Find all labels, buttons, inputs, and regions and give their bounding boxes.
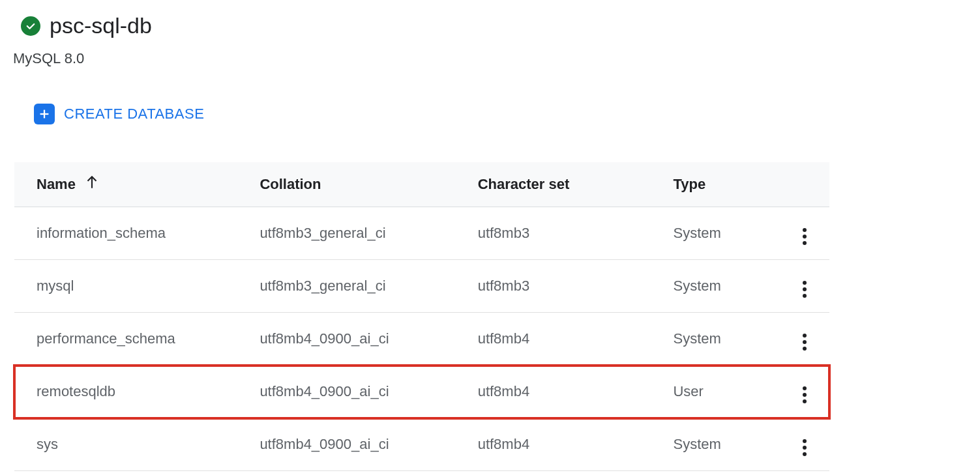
create-database-button[interactable]: CREATE DATABASE [34, 104, 204, 124]
table-row: performance_schemautf8mb4_0900_ai_ciutf8… [14, 313, 829, 366]
column-header-actions [790, 162, 829, 207]
cell-name: sys [14, 418, 237, 471]
cell-charset: utf8mb4 [456, 366, 651, 418]
instance-engine: MySQL 8.0 [13, 50, 967, 67]
cell-type: User [651, 366, 790, 418]
status-ok-icon [21, 16, 40, 36]
more-actions-icon[interactable] [796, 278, 813, 300]
table-row: sysutf8mb4_0900_ai_ciutf8mb4System [14, 418, 829, 471]
plus-icon [34, 104, 55, 124]
column-header-collation[interactable]: Collation [237, 162, 455, 207]
cell-collation: utf8mb4_0900_ai_ci [237, 418, 455, 471]
cell-actions [790, 207, 829, 260]
cell-collation: utf8mb3_general_ci [237, 207, 455, 260]
cell-actions [790, 418, 829, 471]
cell-type: System [651, 260, 790, 313]
instance-header: psc-sql-db [21, 13, 967, 38]
cell-charset: utf8mb4 [456, 313, 651, 366]
column-header-type[interactable]: Type [651, 162, 790, 207]
table-row: information_schemautf8mb3_general_ciutf8… [14, 207, 829, 260]
more-actions-icon[interactable] [796, 225, 813, 248]
cell-name: mysql [14, 260, 237, 313]
cell-actions [790, 366, 829, 418]
column-header-charset[interactable]: Character set [456, 162, 651, 207]
cell-type: System [651, 313, 790, 366]
table-row: mysqlutf8mb3_general_ciutf8mb3System [14, 260, 829, 313]
cell-collation: utf8mb3_general_ci [237, 260, 455, 313]
more-actions-icon[interactable] [796, 384, 813, 406]
cell-name: information_schema [14, 207, 237, 260]
cell-actions [790, 260, 829, 313]
cell-name: performance_schema [14, 313, 237, 366]
more-actions-icon[interactable] [796, 437, 813, 459]
cell-name: remotesqldb [14, 366, 237, 418]
column-header-name-label: Name [37, 176, 76, 193]
sort-ascending-icon [83, 174, 100, 195]
cell-collation: utf8mb4_0900_ai_ci [237, 313, 455, 366]
more-actions-icon[interactable] [796, 331, 813, 353]
table-row: remotesqldbutf8mb4_0900_ai_ciutf8mb4User [14, 366, 829, 418]
databases-table: Name Collation Character set Type inform… [14, 162, 829, 471]
column-header-name[interactable]: Name [37, 174, 100, 195]
cell-charset: utf8mb4 [456, 418, 651, 471]
cell-actions [790, 313, 829, 366]
cell-type: System [651, 207, 790, 260]
cell-type: System [651, 418, 790, 471]
cell-collation: utf8mb4_0900_ai_ci [237, 366, 455, 418]
cell-charset: utf8mb3 [456, 260, 651, 313]
cell-charset: utf8mb3 [456, 207, 651, 260]
instance-name: psc-sql-db [50, 13, 152, 38]
create-database-label: CREATE DATABASE [64, 106, 204, 122]
